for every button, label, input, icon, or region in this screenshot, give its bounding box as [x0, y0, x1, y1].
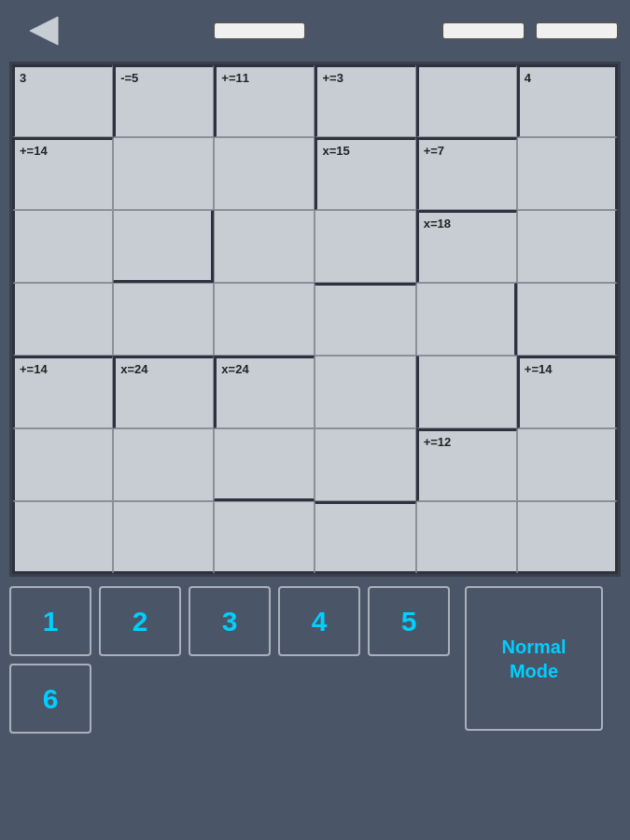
num-btn-2[interactable]: 2: [99, 586, 181, 656]
cell-r1c3[interactable]: x=15: [315, 137, 415, 210]
cell-r6c5[interactable]: [517, 501, 618, 574]
puzzle-grid-container: 3-=5+=11+=34+=14x=15+=7x=18+=14x=24x=24+…: [9, 62, 621, 577]
num-btn-1[interactable]: 1: [9, 586, 91, 656]
cell-r2c0[interactable]: [12, 210, 113, 283]
cell-r5c0[interactable]: [12, 428, 113, 501]
cell-label-r1c3: x=15: [322, 144, 349, 158]
cell-r6c0[interactable]: [12, 501, 113, 574]
back-button[interactable]: [11, 7, 77, 54]
cell-label-r5c4: +=12: [424, 435, 452, 449]
undo-button[interactable]: [441, 21, 525, 40]
cell-r4c0[interactable]: +=14: [12, 356, 113, 428]
num-btn-3[interactable]: 3: [189, 586, 271, 656]
cell-r0c1[interactable]: -=5: [113, 64, 214, 137]
cell-r5c3[interactable]: [315, 428, 415, 501]
numpad-area: 1 2 3 4 5 6 NormalMode: [0, 577, 630, 840]
cell-r3c5[interactable]: [517, 283, 618, 356]
num-btn-6[interactable]: 6: [9, 664, 91, 734]
cell-r3c1[interactable]: [113, 283, 214, 356]
cell-label-r4c1: x=24: [120, 362, 147, 376]
cell-r2c2[interactable]: [214, 210, 315, 283]
cell-r6c2[interactable]: [214, 501, 315, 574]
cell-label-r1c0: +=14: [20, 144, 48, 158]
cell-r4c3[interactable]: [315, 356, 415, 428]
cell-r4c5[interactable]: +=14: [517, 356, 618, 428]
cell-label-r0c3: +=3: [322, 71, 343, 85]
cell-label-r2c4: x=18: [424, 217, 451, 231]
cell-r0c0[interactable]: 3: [12, 64, 113, 137]
cell-r2c1[interactable]: [113, 210, 214, 283]
cell-r4c1[interactable]: x=24: [113, 356, 214, 428]
cell-r0c2[interactable]: +=11: [214, 64, 315, 137]
cell-r3c3[interactable]: [315, 283, 415, 356]
cell-label-r0c1: -=5: [120, 71, 138, 85]
cell-r1c1[interactable]: [113, 137, 214, 210]
cell-r5c5[interactable]: [517, 428, 618, 501]
cell-label-r4c2: x=24: [221, 362, 248, 376]
numpad-row-1: 1 2 3 4 5: [9, 586, 450, 656]
cell-r2c3[interactable]: [315, 210, 415, 283]
cell-r5c4[interactable]: +=12: [416, 428, 517, 501]
cell-r1c2[interactable]: [214, 137, 315, 210]
cell-label-r0c2: +=11: [221, 71, 249, 85]
cell-label-r1c4: +=7: [424, 144, 444, 158]
num-btn-4[interactable]: 4: [278, 586, 360, 656]
cell-r1c4[interactable]: +=7: [416, 137, 517, 210]
mode-button[interactable]: NormalMode: [465, 586, 603, 731]
numpad-row-2: 6: [9, 664, 450, 734]
cell-r3c4[interactable]: [416, 283, 517, 356]
cell-label-r4c5: +=14: [525, 362, 553, 376]
cell-r1c5[interactable]: [517, 137, 618, 210]
numpad-left: 1 2 3 4 5 6: [9, 586, 450, 734]
cell-r4c4[interactable]: [416, 356, 517, 428]
cell-r6c1[interactable]: [113, 501, 214, 574]
svg-marker-0: [30, 17, 58, 45]
cell-label-r4c0: +=14: [20, 362, 48, 376]
cell-r0c5[interactable]: 4: [517, 64, 618, 137]
cell-r6c4[interactable]: [416, 501, 517, 574]
cell-r6c3[interactable]: [315, 501, 415, 574]
cell-r2c4[interactable]: x=18: [416, 210, 517, 283]
puzzle-grid: 3-=5+=11+=34+=14x=15+=7x=18+=14x=24x=24+…: [12, 64, 618, 574]
header: [0, 0, 630, 62]
cell-r3c0[interactable]: [12, 283, 113, 356]
cell-label-r0c5: 4: [525, 71, 531, 85]
timer-display: [213, 21, 306, 40]
cell-r0c3[interactable]: +=3: [315, 64, 415, 137]
cell-r1c0[interactable]: +=14: [12, 137, 113, 210]
clear-button[interactable]: [535, 21, 619, 40]
header-buttons: [441, 21, 619, 40]
cell-r5c1[interactable]: [113, 428, 214, 501]
cell-r2c5[interactable]: [517, 210, 618, 283]
num-btn-5[interactable]: 5: [368, 586, 450, 656]
cell-r0c4[interactable]: [416, 64, 517, 137]
cell-label-r0c0: 3: [20, 71, 26, 85]
cell-r3c2[interactable]: [214, 283, 315, 356]
cell-r4c2[interactable]: x=24: [214, 356, 315, 428]
cell-r5c2[interactable]: [214, 428, 315, 501]
